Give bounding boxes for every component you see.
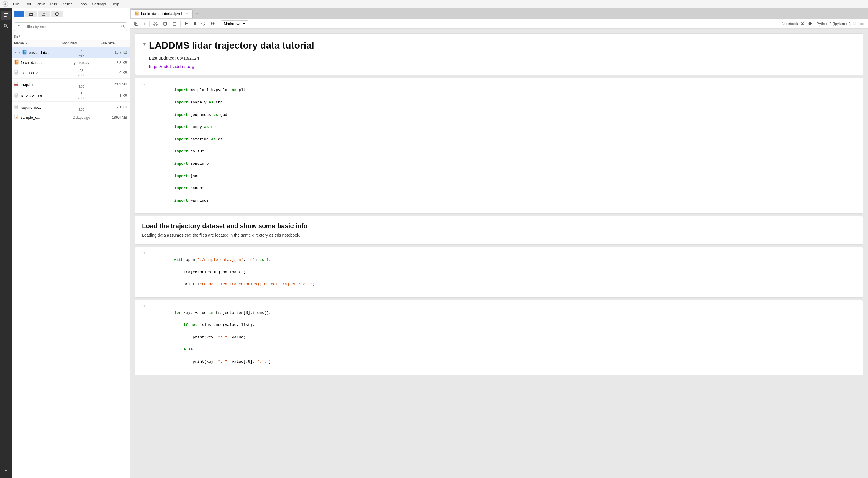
tab-close-btn[interactable]: ✕ [185,11,189,15]
cell-type-select[interactable]: Markdown ▼ [221,20,248,27]
kernel-name: Python 3 (ipykernel) [816,22,850,26]
col-name[interactable]: Name ▲ [14,41,62,45]
notebook-icon [22,50,27,55]
table-row[interactable]: fetch_data... yesterday 8.8 KB [12,58,129,67]
new-tab-btn[interactable]: + [193,9,201,18]
table-row[interactable]: requireme... 8ago 2.1 KB [12,102,129,113]
cell-type-label: Markdown [224,22,241,26]
tab-label: basic_data_tutorial.ipynb [141,11,184,16]
file-name-cell: requireme... [14,105,62,110]
file-modified: yesterday [62,61,101,65]
fast-forward-btn[interactable] [209,20,217,27]
copy-btn[interactable] [161,20,169,27]
collapse-icon[interactable]: ▼ [143,39,147,46]
icon-sidebar [0,8,12,478]
cell-delete-btn[interactable]: 🗑 [854,35,861,41]
svg-text:</>: </> [16,84,17,86]
run-btn[interactable] [182,20,190,27]
file-modified: 2 days ago [62,115,101,120]
search-input[interactable] [14,23,127,31]
path-label: / [19,34,20,39]
menu-file[interactable]: File [11,1,22,7]
svg-point-7 [122,25,124,27]
svg-marker-40 [185,22,188,25]
html-icon: </> [14,82,19,87]
cell-4-code-text[interactable]: with open('./sample_data.json', 'r') as … [147,251,858,294]
dot-icon: ● [19,51,20,54]
file-panel: + + [12,8,130,478]
svg-rect-41 [193,23,196,25]
table-row[interactable]: </> map.html 8ago 23.4 MB [12,79,129,90]
menu-tabs[interactable]: Tabs [76,1,89,7]
external-link-icon [800,22,804,25]
file-name-cell: README.txt [14,93,62,99]
svg-point-1 [4,3,6,5]
file-type-icon [14,105,19,110]
new-folder-btn[interactable] [25,11,37,18]
file-type-icon: </> [14,82,19,87]
notebook-orange-icon [14,60,19,65]
menu-view[interactable]: View [34,1,47,7]
cell-format-btn[interactable]: ⊞ [846,35,852,41]
cell-5-code-text[interactable]: for key, value in trajectories[0].items(… [147,304,858,371]
cell-move-up-btn[interactable]: ↑ [826,35,831,41]
sidebar-search-btn[interactable] [1,21,11,31]
table-row[interactable]: sample_da... 2 days ago 189.4 MB [12,113,129,122]
menu-edit[interactable]: Edit [22,1,33,7]
stop-btn[interactable] [191,21,198,27]
cell-4-label: [ ]: [137,251,146,255]
main-layout: + + [0,8,868,478]
file-icon [14,105,19,109]
svg-marker-43 [213,22,215,25]
table-row[interactable]: ✓● basic_data... 7ago 15.7 KB [12,47,129,58]
notebook-link[interactable]: https://ndot-laddms.org [149,64,194,69]
sidebar-files-btn[interactable] [1,11,11,20]
svg-rect-36 [135,22,137,23]
cell-3-content: Load the trajectory dataset and show som… [135,216,863,244]
col-modified[interactable]: Modified [62,41,101,45]
svg-rect-10 [23,50,24,54]
file-size: 8.8 KB [101,61,127,65]
settings-btn[interactable] [806,20,814,27]
notebook-content: ⧉ ↑ ↓ ⬜ ⊞ 🗑 ▼ LADDMS lidar trajectory da… [130,29,868,478]
cell-copy-btn[interactable]: ⧉ [819,35,824,41]
menu-run[interactable]: Run [48,1,59,7]
cell-add-below-btn[interactable]: ⬜ [838,35,845,41]
cell-2-code-text[interactable]: import matplotlib.pyplot as plt import s… [147,81,858,210]
file-modified: 58ago [62,69,101,77]
file-name-cell: ✓● basic_data... [14,50,62,56]
svg-line-6 [6,27,8,28]
refresh-icon [55,12,59,16]
file-type-icon [14,70,19,76]
menu-help[interactable]: Help [109,1,122,7]
cell-2-code: [ ]: import matplotlib.pyplot as plt imp… [134,77,863,214]
notebook-updated: Last updated: 08/18/2024 [149,56,314,60]
paste-icon [172,21,177,26]
more-options-btn[interactable]: ☰ [858,20,866,27]
restart-icon [201,21,206,26]
col-size[interactable]: File Size [101,41,127,45]
refresh-btn[interactable] [51,11,63,18]
add-cell-btn[interactable]: + [142,20,148,27]
sidebar-extensions-btn[interactable] [1,466,11,476]
file-name: fetch_data... [21,60,42,65]
upload-btn[interactable] [38,11,50,18]
file-name: basic_data... [29,50,51,55]
tab-basic-data[interactable]: 📔 basic_data_tutorial.ipynb ✕ [131,9,193,18]
restart-btn[interactable] [199,20,208,27]
cell-move-down-btn[interactable]: ↓ [832,35,837,41]
menu-kernel[interactable]: Kernel [60,1,76,7]
cut-btn[interactable] [151,20,160,27]
file-name: map.html [21,82,36,87]
new-file-btn[interactable]: + + [14,11,24,18]
folder-icon [29,12,33,16]
cell-4-content: [ ]: with open('./sample_data.json', 'r'… [135,247,863,297]
menu-settings[interactable]: Settings [90,1,108,7]
save-btn[interactable] [132,20,141,27]
paste-btn[interactable] [170,20,179,27]
table-row[interactable]: README.txt 7ago 1 KB [12,90,129,102]
table-row[interactable]: location_z... 58ago 6 KB [12,67,129,79]
file-size: 23.4 MB [101,82,127,87]
notebook-label[interactable]: Notebook [782,22,798,26]
notebook-info: Notebook Python 3 (ipykernel) ☰ [782,20,866,27]
